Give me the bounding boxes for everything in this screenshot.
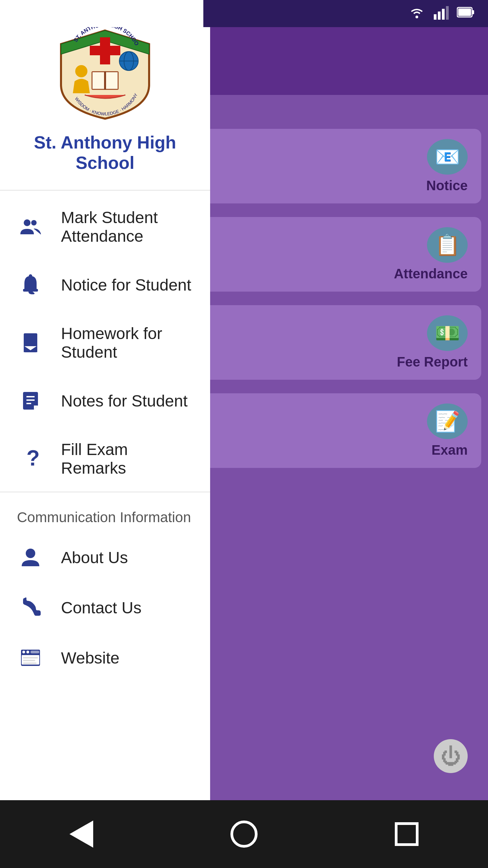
svg-rect-26 — [24, 333, 37, 346]
power-button[interactable]: ⏻ — [434, 739, 468, 773]
bookmark-icon — [17, 332, 44, 354]
svg-rect-1 — [434, 14, 436, 20]
svg-point-37 — [22, 651, 25, 653]
svg-rect-22 — [23, 289, 38, 292]
menu-item-notes[interactable]: Notes for Student — [0, 376, 210, 426]
bell-icon — [17, 274, 44, 296]
wifi-icon — [408, 5, 426, 22]
school-logo: ST. ANTHONY HIGH SCHOOL WISDOM · KNOWLED… — [58, 27, 152, 122]
menu-label-homework: Homework for Student — [61, 324, 193, 361]
bg-card-fee-label: Fee Report — [397, 354, 468, 370]
svg-point-17 — [75, 65, 87, 77]
bg-card-notice-label: Notice — [426, 178, 468, 193]
svg-rect-12 — [93, 72, 104, 89]
svg-rect-42 — [23, 663, 37, 664]
svg-point-21 — [31, 220, 37, 225]
menu-label-contact: Contact Us — [61, 598, 141, 617]
drawer-header: ST. ANTHONY HIGH SCHOOL WISDOM · KNOWLED… — [0, 0, 210, 190]
bg-card-notice: 📧 Notice — [203, 129, 481, 203]
browser-icon — [17, 647, 44, 669]
bg-card-attendance-icon: 📋 — [427, 227, 468, 263]
menu-item-website[interactable]: Website — [0, 633, 210, 683]
bg-card-notice-icon: 📧 — [427, 139, 468, 175]
bg-card-attendance-label: Attendance — [394, 266, 468, 281]
phone-icon — [17, 597, 44, 618]
svg-rect-3 — [442, 9, 445, 20]
bg-card-attendance: 📋 Attendance — [203, 217, 481, 292]
svg-rect-6 — [472, 10, 474, 14]
svg-rect-13 — [106, 72, 118, 89]
divider-top — [0, 190, 210, 191]
menu-item-about[interactable]: About Us — [0, 532, 210, 583]
svg-rect-40 — [23, 657, 38, 658]
svg-rect-4 — [446, 6, 449, 20]
svg-rect-39 — [30, 651, 39, 653]
people-icon — [17, 216, 44, 238]
svg-point-38 — [26, 651, 29, 653]
person-icon — [17, 547, 44, 568]
bg-card-exam-label: Exam — [431, 442, 468, 458]
menu-item-exam[interactable]: ? Fill Exam Remarks — [0, 426, 210, 492]
svg-rect-2 — [438, 12, 441, 20]
menu-label-exam: Fill Exam Remarks — [61, 440, 193, 477]
svg-rect-7 — [458, 8, 471, 16]
menu-label-attendance: Mark Student Attendance — [61, 208, 193, 245]
svg-point-0 — [415, 16, 418, 18]
question-icon: ? — [17, 448, 44, 470]
battery-icon — [457, 6, 474, 21]
signal-icon — [434, 5, 449, 23]
svg-point-23 — [29, 274, 32, 278]
back-button[interactable] — [64, 817, 98, 851]
svg-rect-41 — [23, 660, 35, 661]
menu-label-about: About Us — [61, 548, 128, 567]
bg-card-fee-icon: 💵 — [427, 315, 468, 351]
recents-button[interactable] — [390, 817, 424, 851]
home-button[interactable] — [227, 817, 261, 851]
status-bar — [203, 0, 488, 27]
communication-section-header: Communication Information — [0, 496, 210, 532]
menu-label-notes: Notes for Student — [61, 392, 188, 410]
divider-communication — [0, 492, 210, 492]
svg-point-32 — [26, 549, 35, 558]
svg-point-20 — [24, 219, 30, 226]
bg-card-fee: 💵 Fee Report — [203, 305, 481, 380]
notes-icon — [17, 390, 44, 412]
school-name: St. Anthony High School — [14, 132, 197, 173]
svg-text:?: ? — [26, 448, 40, 470]
svg-rect-9 — [90, 46, 120, 55]
navigation-drawer: ST. ANTHONY HIGH SCHOOL WISDOM · KNOWLED… — [0, 0, 210, 800]
menu-label-notice: Notice for Student — [61, 276, 191, 294]
menu-item-contact[interactable]: Contact Us — [0, 583, 210, 633]
background-purple-top — [203, 27, 488, 95]
menu-item-attendance[interactable]: Mark Student Attendance — [0, 194, 210, 260]
menu-label-website: Website — [61, 649, 120, 667]
bg-card-exam: 📝 Exam — [203, 393, 481, 468]
menu-item-notice[interactable]: Notice for Student — [0, 260, 210, 310]
bg-card-exam-icon: 📝 — [427, 403, 468, 439]
menu-item-homework[interactable]: Homework for Student — [0, 310, 210, 376]
navigation-bar — [0, 800, 488, 868]
